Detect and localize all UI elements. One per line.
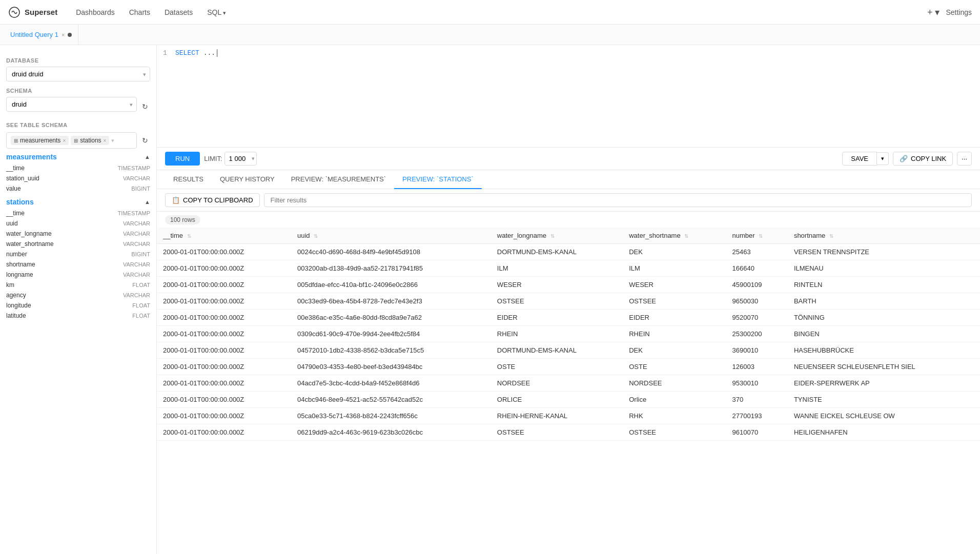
sql-editor[interactable]: 1 SELECT ...│ xyxy=(157,45,980,148)
sql-content: SELECT ...│ xyxy=(175,49,219,57)
table-schema-refresh-button[interactable]: ↻ xyxy=(140,134,150,147)
measurements-fields: __time TIMESTAMP station_uuid VARCHAR va… xyxy=(6,163,150,194)
table-cell-__time: 2000-01-01T00:00:00.000Z xyxy=(157,408,291,424)
col-header-shortname[interactable]: shortname ⇅ xyxy=(788,228,980,244)
table-cell-water_longname: OSTSEE xyxy=(491,424,623,441)
tab-query-history[interactable]: QUERY HISTORY xyxy=(212,170,283,189)
col-header-time-label: __time xyxy=(163,232,183,239)
limit-select[interactable]: 1 000 xyxy=(224,152,257,166)
table-cell-water_longname: OSTSEE xyxy=(491,293,623,310)
col-header-water-shortname[interactable]: water_shortname ⇅ xyxy=(623,228,726,244)
table-cell-__time: 2000-01-01T00:00:00.000Z xyxy=(157,310,291,326)
stations-section-heading: stations ▲ xyxy=(6,194,150,208)
nav-charts[interactable]: Charts xyxy=(123,5,156,19)
table-schema-arrow-icon: ▾ xyxy=(111,137,114,144)
schema-select[interactable]: druid xyxy=(6,97,137,112)
table-cell-uuid: 00e386ac-e35c-4a6e-80dd-f8cd8a9e7a62 xyxy=(291,310,491,326)
tab-preview-stations[interactable]: PREVIEW: `STATIONS` xyxy=(394,170,482,189)
nav-datasets[interactable]: Datasets xyxy=(158,5,199,19)
table-cell-water_shortname: ILM xyxy=(623,260,726,277)
schema-refresh-button[interactable]: ↻ xyxy=(140,100,150,113)
nav-dashboards[interactable]: Dashboards xyxy=(70,5,121,19)
main-layout: DATABASE druid druid ▾ SCHEMA druid ▾ ↻ … xyxy=(0,45,980,554)
col-header-uuid[interactable]: uuid ⇅ xyxy=(291,228,491,244)
stations-field-number: number BIGINT xyxy=(6,249,150,259)
measurements-heading-name[interactable]: measurements xyxy=(6,153,57,161)
settings-button[interactable]: Settings xyxy=(946,8,972,16)
tab-preview-measurements[interactable]: PREVIEW: `MEASUREMENTS` xyxy=(283,170,394,189)
query-tab-1[interactable]: Untitled Query 1 × xyxy=(4,25,78,45)
field-name: station_uuid xyxy=(6,175,39,182)
col-header-number[interactable]: number ⇅ xyxy=(726,228,788,244)
table-cell-shortname: ILMENAU xyxy=(788,260,980,277)
table-schema-select[interactable]: ⊞ measurements × ⊞ stations × ▾ xyxy=(6,132,137,149)
table-cell-water_longname: EIDER xyxy=(491,310,623,326)
stations-field-km: km FLOAT xyxy=(6,280,150,290)
sql-line-1: 1 SELECT ...│ xyxy=(157,49,980,57)
tab-label: Untitled Query 1 xyxy=(10,31,58,38)
table-row: 2000-01-01T00:00:00.000Z003200ab-d138-49… xyxy=(157,260,980,277)
copy-to-clipboard-button[interactable]: 📋 COPY TO CLIPBOARD xyxy=(165,193,260,207)
line-number: 1 xyxy=(163,49,175,57)
col-sort-icon: ⇅ xyxy=(187,233,191,239)
save-dropdown-button[interactable]: ▾ xyxy=(877,152,889,165)
field-type: TIMESTAMP xyxy=(118,210,150,216)
table-row: 2000-01-01T00:00:00.000Z00c33ed9-6bea-45… xyxy=(157,293,980,310)
table-tag-label-2: stations xyxy=(80,137,101,144)
col-sort-icon: ⇅ xyxy=(684,233,688,239)
run-button[interactable]: RUN xyxy=(165,152,200,166)
tab-results[interactable]: RESULTS xyxy=(165,170,212,189)
table-cell-water_shortname: OSTE xyxy=(623,359,726,375)
field-type: FLOAT xyxy=(132,302,150,309)
table-cell-uuid: 04790e03-4353-4e80-beef-b3ed439484bc xyxy=(291,359,491,375)
col-header-uuid-label: uuid xyxy=(297,232,310,239)
table-cell-__time: 2000-01-01T00:00:00.000Z xyxy=(157,342,291,359)
table-cell-__time: 2000-01-01T00:00:00.000Z xyxy=(157,293,291,310)
stations-field-shortname: shortname VARCHAR xyxy=(6,259,150,270)
table-cell-number: 45900109 xyxy=(726,277,788,293)
table-tag-label: measurements xyxy=(20,137,60,144)
data-table-wrapper[interactable]: __time ⇅ uuid ⇅ water_longname ⇅ xyxy=(157,228,980,554)
table-tag-close-icon[interactable]: × xyxy=(63,138,66,143)
database-select[interactable]: druid druid xyxy=(6,67,150,81)
copy-link-button[interactable]: 🔗 COPY LINK xyxy=(893,152,953,166)
col-header-water-longname[interactable]: water_longname ⇅ xyxy=(491,228,623,244)
col-header-shortname-label: shortname xyxy=(794,232,825,239)
measurements-section-heading: measurements ▲ xyxy=(6,149,150,163)
field-type: VARCHAR xyxy=(123,261,150,268)
field-type: VARCHAR xyxy=(123,272,150,278)
table-cell-shortname: RINTELN xyxy=(788,277,980,293)
stations-field-water-shortname: water_shortname VARCHAR xyxy=(6,239,150,249)
more-options-button[interactable]: ··· xyxy=(957,152,972,166)
stations-heading-name[interactable]: stations xyxy=(6,198,34,206)
stations-collapse-icon[interactable]: ▲ xyxy=(145,199,150,205)
table-cell-number: 9530010 xyxy=(726,375,788,392)
table-cell-uuid: 04572010-1db2-4338-8562-b3dca5e715c5 xyxy=(291,342,491,359)
stations-field-time: __time TIMESTAMP xyxy=(6,208,150,218)
top-nav: Superset Dashboards Charts Datasets SQL … xyxy=(0,0,980,25)
filter-results-input[interactable] xyxy=(264,193,972,207)
toolbar-right: SAVE ▾ 🔗 COPY LINK ··· xyxy=(842,152,972,166)
tab-close-icon[interactable]: × xyxy=(62,32,65,38)
tab-status-dot xyxy=(68,33,72,37)
table-cell-number: 9650030 xyxy=(726,293,788,310)
data-table: __time ⇅ uuid ⇅ water_longname ⇅ xyxy=(157,228,980,441)
field-type: VARCHAR xyxy=(123,175,150,181)
save-button[interactable]: SAVE xyxy=(842,152,877,166)
measurements-collapse-icon[interactable]: ▲ xyxy=(145,154,150,160)
table-row: 2000-01-01T00:00:00.000Z0309cd61-90c9-47… xyxy=(157,326,980,342)
nav-sql[interactable]: SQL xyxy=(201,5,232,19)
table-cell-shortname: VERSEN TRENNSPITZE xyxy=(788,244,980,260)
col-header-time[interactable]: __time ⇅ xyxy=(157,228,291,244)
left-sidebar: DATABASE druid druid ▾ SCHEMA druid ▾ ↻ … xyxy=(0,45,157,554)
table-cell-__time: 2000-01-01T00:00:00.000Z xyxy=(157,260,291,277)
table-row: 2000-01-01T00:00:00.000Z06219dd9-a2c4-46… xyxy=(157,424,980,441)
table-tag-close-icon-2[interactable]: × xyxy=(104,138,107,143)
table-cell-number: 126003 xyxy=(726,359,788,375)
measurements-field-uuid: station_uuid VARCHAR xyxy=(6,173,150,183)
add-button[interactable]: + ▾ xyxy=(927,7,940,18)
results-tabs: RESULTS QUERY HISTORY PREVIEW: `MEASUREM… xyxy=(157,170,980,189)
table-cell-number: 3690010 xyxy=(726,342,788,359)
field-name: water_shortname xyxy=(6,240,54,248)
col-header-number-label: number xyxy=(732,232,755,239)
